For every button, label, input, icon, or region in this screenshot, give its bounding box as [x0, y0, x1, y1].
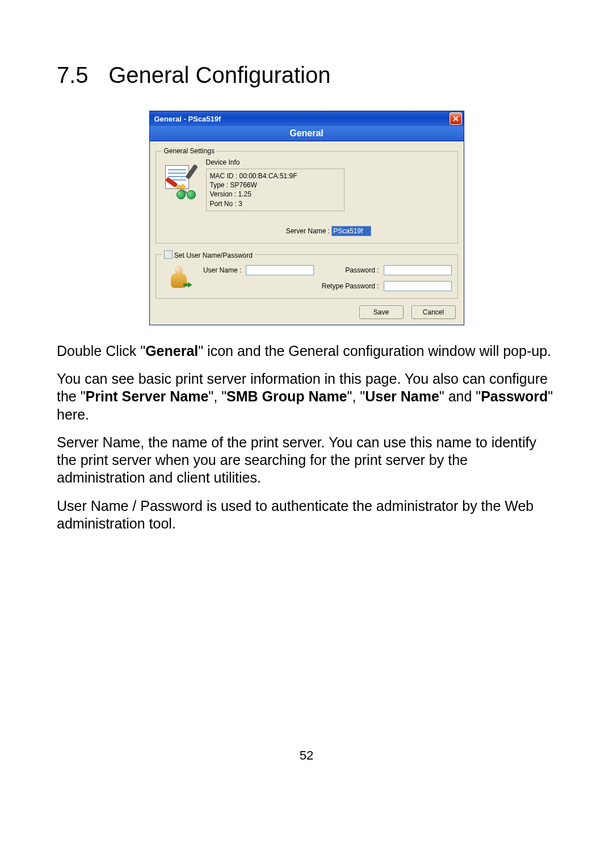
t: General — [145, 343, 198, 359]
t: SMB Group Name — [226, 388, 347, 404]
retype-password-input[interactable] — [384, 281, 452, 291]
dialog-screenshot: General - PSca519f ✕ General General Set… — [149, 111, 464, 325]
section-title: General Configuration — [108, 62, 330, 87]
device-info-box: MAC ID : 00:00:B4:CA:51:9F Type : SP766W… — [206, 169, 345, 211]
device-version: Version : 1.25 — [210, 190, 341, 199]
close-button[interactable]: ✕ — [450, 112, 462, 125]
page-number: 52 — [57, 748, 556, 763]
user-pass-group: Set User Name/Password User Name : Passw… — [156, 250, 458, 299]
device-settings-icon — [165, 165, 198, 198]
titlebar: General - PSca519f ✕ — [150, 111, 464, 126]
t: ", " — [347, 388, 366, 404]
section-heading: 7.5 General Configuration — [57, 62, 556, 88]
t: User Name / Password is used to authenti… — [57, 497, 556, 533]
t: " and " — [439, 388, 481, 404]
t: " icon and the General configuration win… — [198, 343, 551, 359]
t: Password — [481, 388, 548, 404]
section-banner: General — [150, 126, 464, 141]
server-name-label: Server Name : — [286, 227, 330, 235]
cancel-button[interactable]: Cancel — [412, 305, 456, 319]
t: User Name — [365, 388, 439, 404]
device-type: Type : SP766W — [210, 181, 341, 190]
user-name-input[interactable] — [246, 265, 314, 275]
retype-password-label: Retype Password : — [318, 282, 379, 290]
t: ", " — [208, 388, 226, 404]
t: Server Name, the name of the print serve… — [57, 434, 556, 487]
device-mac: MAC ID : 00:00:B4:CA:51:9F — [210, 171, 341, 181]
user-icon — [170, 266, 190, 290]
section-number: 7.5 — [57, 62, 102, 88]
device-info-label: Device Info — [206, 158, 452, 166]
general-settings-group: General Settings — [156, 147, 458, 244]
set-userpass-label: Set User Name/Password — [174, 251, 253, 259]
set-userpass-checkbox[interactable] — [164, 250, 173, 259]
save-button[interactable]: Save — [359, 305, 404, 319]
user-pass-legend: Set User Name/Password — [162, 250, 255, 259]
body-text: Double Click "General" icon and the Gene… — [57, 342, 556, 532]
password-label: Password : — [318, 266, 379, 274]
window-title: General - PSca519f — [154, 115, 221, 123]
general-config-window: General - PSca519f ✕ General General Set… — [149, 111, 464, 325]
close-icon: ✕ — [452, 114, 459, 123]
password-input[interactable] — [384, 265, 452, 275]
user-name-label: User Name : — [200, 266, 242, 274]
device-port: Port No : 3 — [210, 199, 341, 208]
t: Double Click " — [57, 343, 145, 359]
general-settings-legend: General Settings — [162, 147, 217, 155]
server-name-input[interactable] — [331, 226, 371, 236]
t: Print Server Name — [86, 388, 209, 404]
